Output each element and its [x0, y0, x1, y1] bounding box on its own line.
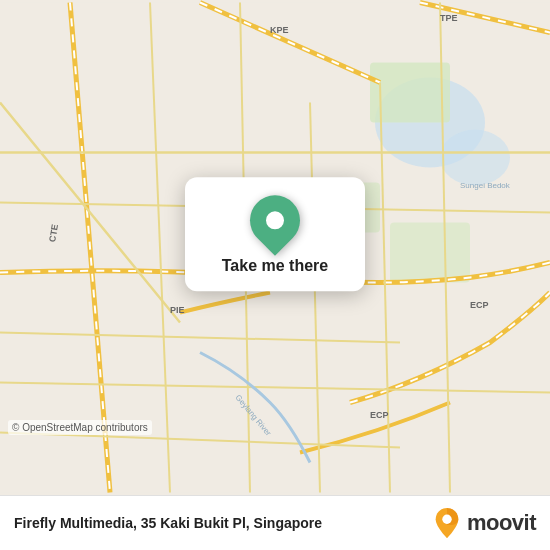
- moovit-logo-text: moovit: [467, 510, 536, 536]
- map-container: CTE PIE PIE KPE TPE ECP ECP Sungei Bedok…: [0, 0, 550, 495]
- svg-text:PIE: PIE: [170, 305, 185, 315]
- popup-card: Take me there: [185, 177, 365, 291]
- svg-rect-3: [370, 63, 450, 123]
- moovit-pin-icon: [433, 506, 461, 540]
- take-me-there-button[interactable]: Take me there: [218, 255, 332, 277]
- moovit-logo: moovit: [433, 506, 536, 540]
- location-info: Firefly Multimedia, 35 Kaki Bukit Pl, Si…: [14, 515, 322, 531]
- svg-text:ECP: ECP: [370, 410, 389, 420]
- bottom-bar: Firefly Multimedia, 35 Kaki Bukit Pl, Si…: [0, 495, 550, 550]
- copyright-text: © OpenStreetMap contributors: [8, 420, 152, 435]
- svg-point-32: [442, 515, 451, 524]
- location-pin-icon: [240, 184, 311, 255]
- app: CTE PIE PIE KPE TPE ECP ECP Sungei Bedok…: [0, 0, 550, 550]
- svg-rect-5: [390, 223, 470, 283]
- svg-point-2: [440, 130, 510, 186]
- location-name: Firefly Multimedia, 35 Kaki Bukit Pl, Si…: [14, 515, 322, 531]
- svg-text:Sungei Bedok: Sungei Bedok: [460, 181, 511, 190]
- svg-text:ECP: ECP: [470, 300, 489, 310]
- svg-text:TPE: TPE: [440, 13, 458, 23]
- svg-text:KPE: KPE: [270, 25, 289, 35]
